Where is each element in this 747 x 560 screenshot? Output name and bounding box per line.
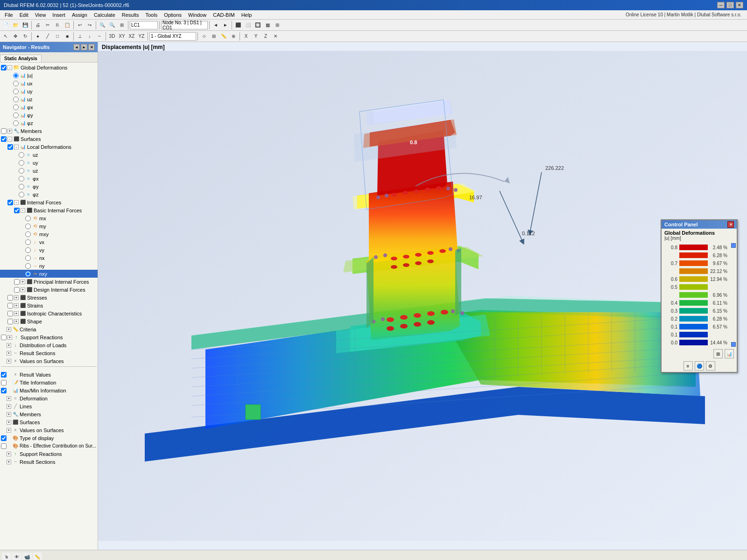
tree-local-def[interactable]: - 📊 Local Deformations [0, 143, 98, 151]
cb-global-def[interactable] [1, 65, 7, 70]
cb-maxmin-info[interactable] [1, 388, 7, 393]
cb-result-values[interactable] [1, 372, 7, 378]
tree-phi-y-s[interactable]: ≈ φy [0, 182, 98, 190]
radio-uy[interactable] [13, 89, 19, 94]
radio-phi-y-s[interactable] [19, 184, 24, 189]
tb-new[interactable]: 📄 [1, 21, 10, 30]
tb2-cross[interactable]: ✕ [271, 32, 280, 41]
tb-node-dropdown[interactable]: Node No. 3 | DS1 | CO1 [161, 21, 208, 29]
tb-undo[interactable]: ↩ [75, 21, 85, 30]
toggle-shape[interactable]: + [14, 319, 19, 324]
tb2-y-axis[interactable]: Y [251, 32, 261, 41]
cb-basic-if[interactable] [14, 208, 20, 213]
nav-tree[interactable]: - 📁 Global Deformations 📊 |u| 📊 ux 📊 uy [0, 63, 98, 550]
toggle-result-sections[interactable]: + [7, 351, 11, 356]
toggle-result-sections-disp[interactable]: + [7, 460, 11, 464]
tb2-x-axis[interactable]: X [241, 32, 251, 41]
tb2-view-yz[interactable]: YZ [137, 32, 146, 41]
menu-edit[interactable]: Edit [17, 11, 31, 19]
tb2-grid[interactable]: ⊞ [209, 32, 218, 41]
menu-help[interactable]: Help [239, 11, 255, 19]
tree-mxy[interactable]: ⟲ mxy [0, 230, 98, 238]
tree-surfaces-disp[interactable]: + ⬛ Surfaces [0, 418, 98, 426]
tree-u-abs[interactable]: 📊 |u| [0, 71, 98, 79]
nav-tab-static[interactable]: Static Analysis [0, 55, 42, 62]
tree-shape[interactable]: + ⬛ Shape [0, 317, 98, 325]
tree-phi-x-s[interactable]: ≈ φx [0, 175, 98, 182]
tree-support-reactions-disp[interactable]: + ↑ Support Reactions [0, 450, 98, 458]
menu-results[interactable]: Results [119, 11, 142, 19]
tb2-snap[interactable]: ⊹ [199, 32, 209, 41]
cb-title-info[interactable] [1, 380, 7, 385]
cb-internal-forces[interactable] [7, 200, 13, 205]
tree-phi-y[interactable]: 📊 φy [0, 111, 98, 119]
bt-camera-tool[interactable]: 👁 [12, 553, 21, 560]
tree-phi-z-s[interactable]: ≈ φz [0, 190, 98, 198]
cb-local-def[interactable] [7, 144, 13, 150]
menu-view[interactable]: View [32, 11, 49, 19]
tb-lc-dropdown[interactable]: LC1 [130, 21, 158, 29]
cb-stresses[interactable] [7, 295, 13, 301]
tree-result-values[interactable]: × Result Values [0, 371, 98, 378]
tree-surfaces[interactable]: - ⬛ Surfaces [0, 135, 98, 143]
toggle-strains[interactable]: + [14, 303, 19, 308]
cb-shape[interactable] [7, 319, 13, 324]
toggle-internal-forces[interactable]: - [14, 200, 19, 205]
tree-uy-s[interactable]: ≈ uy [0, 159, 98, 167]
tb-zoom-in[interactable]: 🔍 [98, 21, 107, 30]
cp-list-btn[interactable]: ≡ [684, 361, 693, 371]
tree-vx[interactable]: ↓ vx [0, 238, 98, 246]
tb-paste[interactable]: 📋 [63, 21, 72, 30]
tree-uz-s2[interactable]: ≈ uz [0, 167, 98, 175]
cb-principal-if[interactable] [14, 279, 20, 285]
toggle-criteria[interactable]: + [7, 327, 11, 332]
cp-close-button[interactable]: ✕ [727, 221, 734, 228]
tree-lines-disp[interactable]: + ╱ Lines [0, 402, 98, 410]
tree-members-disp[interactable]: + 🔧 Members [0, 410, 98, 418]
radio-phi-x[interactable] [13, 105, 19, 110]
menu-tools[interactable]: Tools [142, 11, 160, 19]
tb2-surface[interactable]: □ [53, 32, 62, 41]
tree-title-info[interactable]: 📝 Title Information [0, 378, 98, 386]
tree-result-sections[interactable]: + ╌ Result Sections [0, 349, 98, 357]
maximize-button[interactable]: □ [726, 2, 734, 8]
cp-bottom-indicator[interactable] [731, 342, 736, 347]
toggle-isotropic[interactable]: + [14, 311, 19, 316]
tree-my[interactable]: ⟲ my [0, 222, 98, 230]
tree-isotropic[interactable]: + ⬛ Isotropic Characteristics [0, 309, 98, 317]
tb2-node[interactable]: ● [33, 32, 42, 41]
tree-support-reactions[interactable]: + ↑ Support Reactions [0, 333, 98, 341]
bt-node-tool[interactable]: 🖱 [2, 553, 11, 560]
toggle-support-reactions[interactable]: + [7, 335, 12, 340]
tree-uy[interactable]: 📊 uy [0, 87, 98, 95]
tree-type-display[interactable]: 🎨 Type of display [0, 434, 98, 442]
nav-close-btn[interactable]: ✕ [88, 44, 95, 50]
tree-uz-s[interactable]: ≈ uz [0, 151, 98, 159]
tb-render-5[interactable]: ⊞ [273, 21, 282, 30]
radio-phi-z-s[interactable] [19, 192, 24, 197]
tree-mx[interactable]: ⟲ mx [0, 214, 98, 222]
radio-phi-z[interactable] [13, 120, 19, 126]
tree-nxy[interactable]: ⇒ nxy [0, 270, 98, 278]
radio-uy-s[interactable] [19, 160, 24, 166]
tree-stresses[interactable]: + ⬛ Stresses [0, 294, 98, 301]
toggle-basic-if[interactable]: - [21, 208, 25, 213]
cp-top-indicator[interactable] [731, 243, 736, 248]
tb-copy[interactable]: ⎘ [53, 21, 62, 30]
toggle-surfaces[interactable]: - [7, 137, 12, 141]
tb2-move[interactable]: ✥ [11, 32, 20, 41]
cp-filter-btn[interactable]: 🔵 [695, 361, 704, 371]
cp-chart-btn[interactable]: 📊 [725, 349, 734, 358]
tree-strains[interactable]: + ⬛ Strains [0, 301, 98, 309]
menu-cad-bim[interactable]: CAD-BIM [210, 11, 237, 19]
toggle-support-reactions-disp[interactable]: + [7, 452, 11, 456]
cb-isotropic[interactable] [7, 311, 13, 316]
tb2-solid[interactable]: ■ [63, 32, 72, 41]
tb2-section[interactable]: ╌ [95, 32, 104, 41]
toggle-members[interactable]: + [7, 129, 12, 133]
radio-phi-y[interactable] [13, 112, 19, 118]
tb-print[interactable]: 🖨 [33, 21, 42, 30]
tb2-select[interactable]: ↖ [1, 32, 10, 41]
tb-prev-node[interactable]: ◄ [211, 21, 220, 30]
radio-uz-s2[interactable] [19, 168, 24, 174]
